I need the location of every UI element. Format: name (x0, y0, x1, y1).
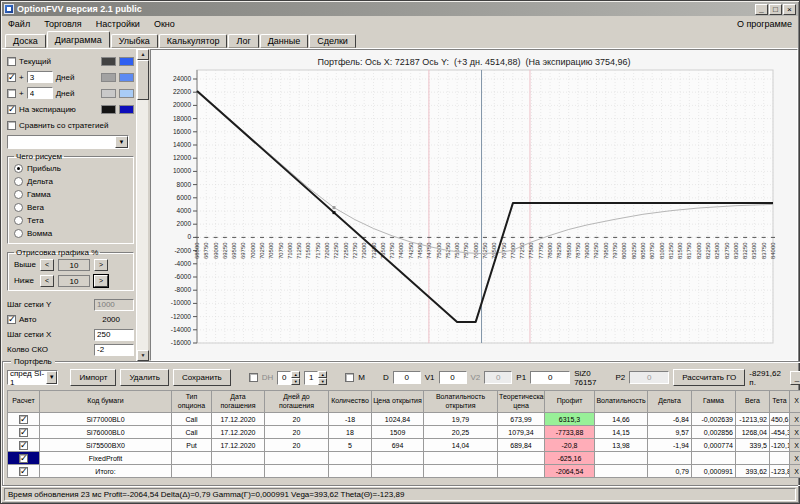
grid-x-input[interactable] (94, 329, 134, 341)
plus3-checkbox[interactable] (7, 73, 16, 82)
save-button[interactable]: Сохранить (173, 369, 231, 386)
menu-item-Файл[interactable]: Файл (8, 19, 30, 29)
current-color2-swatch[interactable] (119, 57, 134, 66)
tab-Калькулятор[interactable]: Калькулятор (159, 34, 228, 48)
column-header-Волатильность[interactable]: Волатильность (595, 391, 648, 413)
expiry-checkbox[interactable] (7, 105, 16, 114)
strategy-combobox[interactable]: ▼ (7, 135, 129, 149)
column-header-Профит[interactable]: Профит (545, 391, 595, 413)
row-calc-checkbox[interactable] (19, 415, 28, 424)
plus3-color1-swatch[interactable] (101, 73, 116, 82)
p2-field[interactable] (629, 371, 669, 384)
plus4-color1-swatch[interactable] (101, 89, 116, 98)
row-delete-button[interactable]: X (790, 465, 800, 478)
menu-item-Настройки[interactable]: Настройки (96, 19, 140, 29)
row-calc-checkbox-cell[interactable] (8, 439, 40, 452)
column-header-Количество[interactable]: Количество (329, 391, 372, 413)
current-color1-swatch[interactable] (101, 57, 116, 66)
spinner-arrows-icon[interactable]: ▲▼ (318, 371, 327, 385)
tab-Доска[interactable]: Доска (5, 34, 46, 48)
row-calc-checkbox[interactable] (19, 467, 28, 476)
dh-checkbox[interactable] (249, 373, 258, 382)
row-calc-checkbox-cell[interactable] (8, 465, 40, 478)
column-header-Дата погашения[interactable]: Дата погашения (212, 391, 265, 413)
menu-item-Торговля[interactable]: Торговля (44, 19, 82, 29)
auto-checkbox[interactable] (7, 315, 16, 324)
chevron-down-icon[interactable]: ▼ (46, 371, 57, 384)
tab-Лог[interactable]: Лог (228, 34, 258, 48)
tab-Данные[interactable]: Данные (260, 34, 309, 48)
collapse-button[interactable]: _ (790, 371, 800, 385)
column-header-Дней до погашения[interactable]: Дней до погашения (265, 391, 329, 413)
sidebar-scrollbar[interactable]: ▲ ▼ (136, 49, 148, 361)
plus4-checkbox[interactable] (7, 89, 16, 98)
profit-chart[interactable]: -16000-14000-12000-10000-8000-6000-4000-… (151, 50, 798, 361)
plus4-days-input[interactable] (27, 87, 53, 99)
chevron-down-icon[interactable]: ▼ (115, 136, 128, 148)
delete-button[interactable]: Удалить (120, 369, 169, 386)
grid-y-input[interactable] (94, 299, 134, 311)
preset-combobox[interactable]: спред SI-1 ▼ (7, 370, 58, 385)
calculate-go-button[interactable]: Рассчитать ГО (673, 369, 745, 386)
plus3-color2-swatch[interactable] (119, 73, 134, 82)
row-delete-button[interactable]: X (790, 452, 800, 465)
above-increment-button[interactable]: > (94, 259, 108, 271)
v2-field[interactable] (484, 371, 512, 384)
scroll-down-icon[interactable]: ▼ (137, 350, 149, 361)
expiry-color1-swatch[interactable] (101, 105, 116, 114)
row-delete-button[interactable]: X (790, 439, 800, 452)
column-header-Расчет[interactable]: Расчет (8, 391, 40, 413)
row-delete-button[interactable]: X (790, 426, 800, 439)
radio-Прибыль[interactable] (14, 164, 23, 173)
tab-Диаграмма[interactable]: Диаграмма (47, 31, 110, 48)
plus3-days-input[interactable] (27, 71, 53, 83)
expiry-color2-swatch[interactable] (119, 105, 134, 114)
column-header-Тип опциона[interactable]: Тип опциона (172, 391, 212, 413)
radio-Вега[interactable] (14, 203, 23, 212)
radio-Вомма[interactable] (14, 229, 23, 238)
dh-spinner-2[interactable]: 1 ▲▼ (304, 371, 327, 385)
v1-field[interactable] (439, 371, 467, 384)
current-checkbox[interactable] (7, 57, 16, 66)
radio-Дельта[interactable] (14, 177, 23, 186)
menu-about[interactable]: О программе (737, 19, 792, 29)
row-calc-checkbox[interactable] (19, 428, 28, 437)
p1-field[interactable] (530, 371, 570, 384)
column-header-Цена открытия[interactable]: Цена открытия (372, 391, 424, 413)
row-calc-checkbox[interactable] (19, 441, 28, 450)
maximize-button[interactable]: □ (769, 4, 782, 15)
row-calc-checkbox-cell[interactable] (8, 413, 40, 426)
close-button[interactable]: × (783, 4, 796, 15)
plus4-color2-swatch[interactable] (119, 89, 134, 98)
m-checkbox[interactable] (345, 373, 354, 382)
column-header-Теоретическая цена[interactable]: Теоретическая цена (498, 391, 545, 413)
radio-Гамма[interactable] (14, 190, 23, 199)
d-field[interactable] (393, 371, 421, 384)
column-header-Дельта[interactable]: Дельта (648, 391, 692, 413)
radio-Тета[interactable] (14, 216, 23, 225)
column-header-Гамма[interactable]: Гамма (692, 391, 736, 413)
row-calc-checkbox-cell[interactable] (8, 426, 40, 439)
column-header-Волатильность открытия[interactable]: Волатильность открытия (424, 391, 498, 413)
dh-spinner-1[interactable]: 0 ▲▼ (277, 371, 300, 385)
row-calc-checkbox[interactable] (19, 454, 28, 463)
compare-checkbox[interactable] (7, 121, 16, 130)
tab-Сделки[interactable]: Сделки (309, 34, 356, 48)
below-increment-button[interactable]: > (94, 275, 108, 287)
scrollbar-thumb[interactable] (137, 60, 149, 100)
above-decrement-button[interactable]: < (40, 259, 54, 271)
minimize-button[interactable]: _ (755, 4, 768, 15)
column-header-X[interactable]: X (790, 391, 800, 413)
scroll-up-icon[interactable]: ▲ (137, 49, 149, 60)
row-delete-button[interactable]: X (790, 413, 800, 426)
column-header-Тета[interactable]: Тета (770, 391, 790, 413)
tab-Улыбка[interactable]: Улыбка (111, 34, 158, 48)
column-header-Вега[interactable]: Вега (736, 391, 770, 413)
below-decrement-button[interactable]: < (40, 275, 54, 287)
import-button[interactable]: Импорт (70, 369, 116, 386)
column-header-Код бумаги[interactable]: Код бумаги (40, 391, 172, 413)
sko-input[interactable] (94, 344, 134, 356)
spinner-arrows-icon[interactable]: ▲▼ (291, 371, 300, 385)
menu-item-Окно[interactable]: Окно (154, 19, 175, 29)
row-calc-checkbox-cell[interactable] (8, 452, 40, 465)
